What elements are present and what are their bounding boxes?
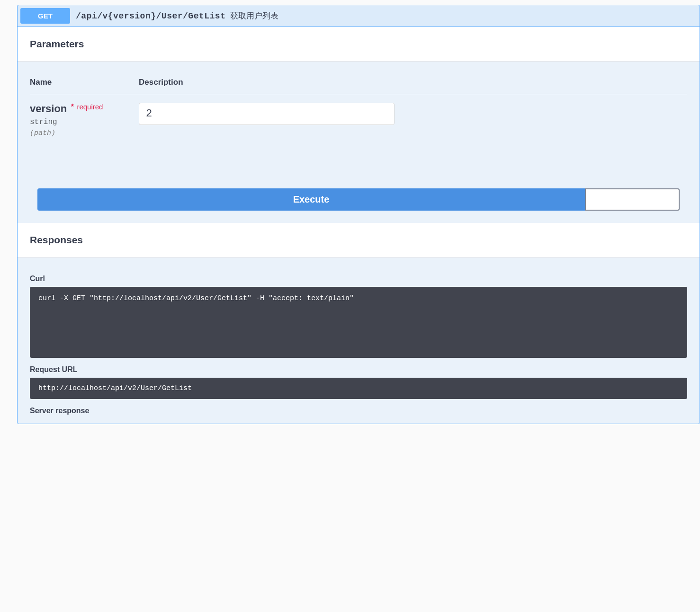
clear-button[interactable] <box>585 188 680 211</box>
responses-body: Curl curl -X GET "http://localhost/api/v… <box>18 257 700 424</box>
execute-button[interactable]: Execute <box>37 188 585 211</box>
param-type: string <box>30 118 139 126</box>
request-url-code[interactable]: http://localhost/api/v2/User/GetList <box>30 378 687 399</box>
column-name-header: Name <box>30 71 139 94</box>
parameters-table: Name Description version * required stri… <box>30 71 687 146</box>
required-star-icon: * <box>71 103 74 111</box>
param-in: (path) <box>30 129 139 137</box>
http-method-badge: GET <box>20 8 70 24</box>
table-row: version * required string (path) <box>30 94 687 146</box>
operation-path: /api/v{version}/User/GetList <box>76 11 225 21</box>
param-name: version <box>30 103 67 115</box>
server-response-label: Server response <box>30 407 687 415</box>
curl-label: Curl <box>30 275 687 283</box>
operation-summary[interactable]: GET /api/v{version}/User/GetList 获取用户列表 <box>18 5 700 27</box>
curl-code[interactable]: curl -X GET "http://localhost/api/v2/Use… <box>30 287 687 358</box>
column-description-header: Description <box>139 71 687 94</box>
responses-header: Responses <box>18 223 700 257</box>
parameters-header: Parameters <box>18 27 700 62</box>
parameters-body: Name Description version * required stri… <box>18 62 700 223</box>
required-label: required <box>77 103 103 111</box>
version-input[interactable] <box>139 103 395 125</box>
operation-description: 获取用户列表 <box>230 10 278 21</box>
operation-block: GET /api/v{version}/User/GetList 获取用户列表 … <box>17 5 700 424</box>
button-row: Execute <box>30 188 687 211</box>
request-url-label: Request URL <box>30 365 687 374</box>
